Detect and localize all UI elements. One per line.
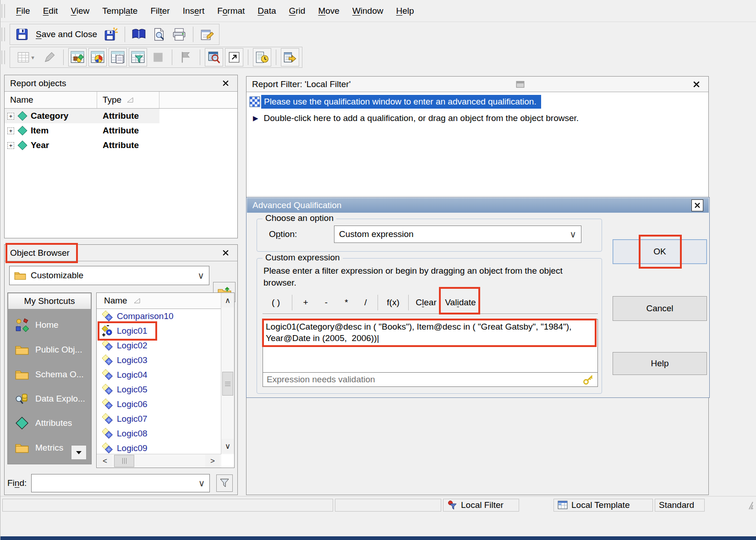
open-book-button[interactable]	[130, 25, 148, 44]
list-item[interactable]: Logic08	[97, 426, 234, 441]
notes-button[interactable]	[253, 48, 271, 66]
restore-button[interactable]	[514, 78, 527, 91]
menu-template[interactable]: Template	[96, 0, 144, 22]
menu-file[interactable]: File	[10, 0, 37, 22]
find-input[interactable]: ∨	[31, 474, 210, 492]
status-local-filter[interactable]: Local Filter	[443, 499, 519, 512]
toolbar-grip[interactable]	[1, 28, 5, 41]
list-item-logic01[interactable]: Logic01	[97, 324, 234, 338]
list-item[interactable]: Logic06	[97, 397, 234, 412]
grid-list-button[interactable]	[109, 48, 127, 66]
status-standard[interactable]: Standard	[655, 499, 705, 512]
sidebar-item-metrics[interactable]: Metrics	[15, 440, 63, 456]
vertical-scrollbar[interactable]: ∧ ∨	[221, 293, 234, 454]
expression-textarea[interactable]: Logic01(Category@desc in ( "Books"), Ite…	[263, 319, 598, 372]
my-shortcuts-header[interactable]: My Shortcuts	[8, 293, 91, 309]
divide-button[interactable]: /	[356, 293, 375, 312]
scrollbar-thumb[interactable]	[114, 455, 134, 467]
sidebar-item-data-explorer[interactable]: Data Explo...	[15, 391, 85, 407]
menu-help[interactable]: Help	[389, 0, 420, 22]
column-header-name[interactable]: Name	[5, 92, 97, 108]
fx-button[interactable]: f(x)	[381, 293, 405, 312]
multiply-button[interactable]: *	[336, 293, 356, 312]
list-column-header-name[interactable]: Name	[97, 293, 234, 309]
close-button[interactable]	[690, 78, 703, 91]
status-local-template[interactable]: Local Template	[553, 499, 653, 512]
cancel-button[interactable]: Cancel	[613, 296, 707, 321]
report-object-row[interactable]: +Item Attribute	[5, 123, 237, 138]
design-mode-button[interactable]	[40, 48, 59, 66]
list-item-label: Logic06	[117, 399, 148, 409]
clear-button[interactable]: Clear	[411, 293, 441, 312]
save-and-close-button[interactable]: Save and Close	[33, 29, 100, 39]
dialog-titlebar[interactable]: Advanced Qualification	[247, 198, 709, 213]
parentheses-button[interactable]: ( )	[263, 293, 289, 312]
report-object-row[interactable]: +Year Attribute	[5, 138, 237, 153]
expander-icon[interactable]: +	[7, 127, 14, 134]
list-item[interactable]: Logic03	[97, 353, 234, 368]
menu-grid[interactable]: Grid	[283, 0, 312, 22]
qualification-hint-row[interactable]: ▶ Double-click here to add a qualificati…	[253, 111, 579, 125]
expander-icon[interactable]: +	[7, 113, 14, 120]
grid-graph-button[interactable]	[88, 48, 107, 66]
scroll-right-button[interactable]: >	[205, 455, 220, 467]
list-item[interactable]: Logic02	[97, 338, 234, 353]
sql-view-button[interactable]	[205, 48, 223, 66]
page-by-button[interactable]	[149, 48, 167, 66]
key-icon[interactable]	[583, 374, 594, 385]
menu-format[interactable]: Format	[211, 0, 251, 22]
toolbar-grip[interactable]	[1, 4, 5, 18]
sidebar-item-public-objects[interactable]: Public Obj...	[15, 342, 82, 358]
qualification-selected-row[interactable]: Please use the qualification window to e…	[249, 95, 541, 109]
scrollbar-thumb[interactable]	[222, 372, 233, 396]
close-button[interactable]	[691, 199, 703, 211]
scroll-up-button[interactable]: ∧	[221, 293, 234, 308]
report-object-row[interactable]: +Category Attribute	[5, 109, 237, 123]
qualification-pane[interactable]: Please use the qualification window to e…	[247, 92, 708, 196]
save-button[interactable]	[13, 25, 31, 44]
expander-icon[interactable]: +	[7, 142, 14, 149]
option-select[interactable]: Custom expression ∨	[334, 226, 581, 243]
export-button[interactable]	[281, 48, 299, 66]
sidebar-item-home[interactable]: Home	[15, 317, 59, 333]
save-as-button[interactable]	[102, 25, 120, 44]
menu-insert[interactable]: Insert	[176, 0, 211, 22]
validate-button[interactable]: Validate	[441, 293, 480, 312]
column-header-type[interactable]: Type	[97, 92, 159, 108]
menu-filter[interactable]: Filter	[144, 0, 176, 22]
ok-button[interactable]: OK	[613, 239, 707, 264]
find-filter-button[interactable]	[216, 474, 233, 492]
view-filter-button[interactable]	[129, 48, 147, 66]
resize-grip[interactable]	[747, 500, 754, 510]
folder-select-combobox[interactable]: Customizable ∨	[9, 266, 209, 285]
list-item[interactable]: Logic04	[97, 368, 234, 382]
grid-view-dropdown-button[interactable]: ▾	[13, 48, 38, 66]
list-item[interactable]: Logic05	[97, 382, 234, 397]
menu-data[interactable]: Data	[251, 0, 282, 22]
list-item[interactable]: Logic07	[97, 412, 234, 426]
close-button[interactable]	[219, 77, 232, 90]
menu-view[interactable]: View	[64, 0, 96, 22]
plus-button[interactable]: +	[295, 293, 316, 312]
help-button[interactable]: Help	[613, 352, 707, 375]
menu-window[interactable]: Window	[346, 0, 390, 22]
print-preview-button[interactable]	[150, 25, 168, 44]
flag-button[interactable]	[177, 48, 195, 66]
menu-edit[interactable]: Edit	[37, 0, 65, 22]
sidebar-scroll-down-button[interactable]	[71, 445, 87, 460]
new-window-button[interactable]	[225, 48, 243, 66]
toolbar-divider	[263, 314, 598, 314]
print-button[interactable]	[170, 25, 188, 44]
close-button[interactable]	[219, 247, 232, 259]
sidebar-item-schema-objects[interactable]: Schema O...	[15, 366, 84, 383]
toolbar-grip[interactable]	[1, 50, 5, 64]
scroll-left-button[interactable]: <	[98, 455, 112, 467]
horizontal-scrollbar[interactable]: < >	[97, 454, 221, 468]
list-item[interactable]: Comparison10	[97, 309, 234, 324]
minus-button[interactable]: -	[316, 293, 336, 312]
sidebar-item-attributes[interactable]: Attributes	[15, 415, 72, 431]
scroll-down-button[interactable]: ∨	[221, 439, 234, 453]
grid-design-button[interactable]	[68, 48, 87, 66]
menu-move[interactable]: Move	[312, 0, 345, 22]
properties-button[interactable]	[198, 25, 216, 44]
